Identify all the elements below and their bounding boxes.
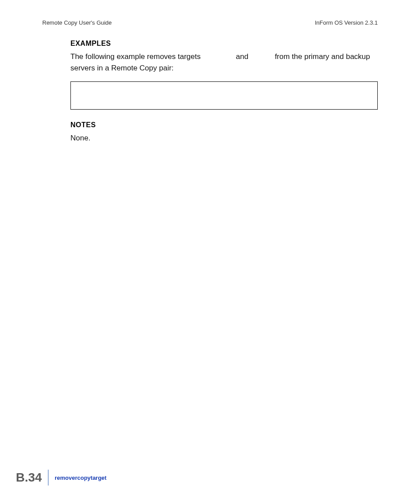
header-left-title: Remote Copy User's Guide — [42, 19, 112, 26]
page-footer: B.34 removercopytarget — [16, 470, 107, 486]
section-heading-notes: NOTES — [70, 121, 378, 129]
notes-body: None. — [70, 132, 378, 144]
header-right-version: InForm OS Version 2.3.1 — [315, 19, 378, 26]
footer-section-label: removercopytarget — [55, 475, 107, 481]
section-heading-examples: EXAMPLES — [70, 40, 378, 48]
page-number: B.34 — [16, 471, 48, 485]
examples-para-and: and — [236, 52, 248, 61]
footer-divider — [48, 470, 48, 486]
main-content: EXAMPLES The following example removes t… — [70, 40, 378, 152]
examples-paragraph: The following example removes targetsand… — [70, 51, 378, 74]
examples-para-part1: The following example removes targets — [70, 52, 201, 61]
code-example-box — [70, 81, 378, 110]
